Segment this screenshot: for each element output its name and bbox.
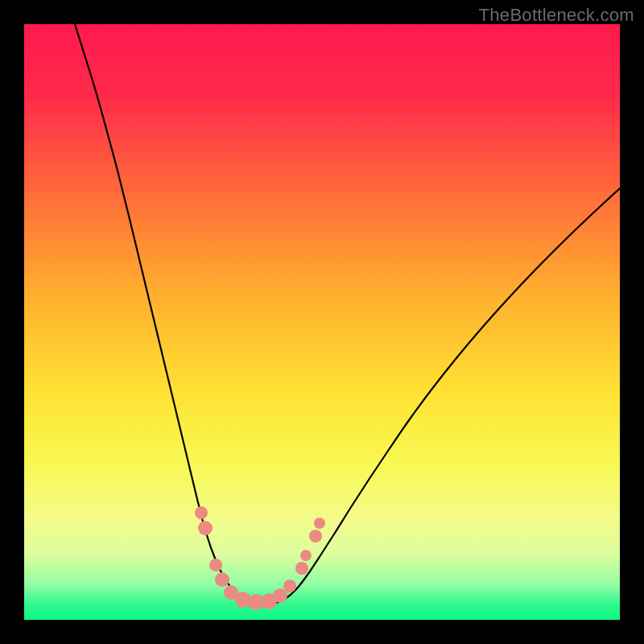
series-left-curve (75, 24, 254, 604)
data-marker (309, 530, 322, 543)
chart-frame (24, 24, 620, 620)
data-marker (283, 580, 296, 592)
chart-curves (24, 24, 620, 620)
watermark-text: TheBottleneck.com (479, 5, 634, 26)
data-marker (215, 572, 229, 587)
series-right-curve (274, 188, 620, 604)
data-marker (295, 562, 308, 575)
data-marker (314, 518, 325, 529)
data-marker (273, 588, 287, 603)
data-marker (198, 521, 213, 535)
data-marker (209, 559, 222, 572)
data-marker (195, 506, 208, 519)
data-marker (300, 550, 312, 561)
